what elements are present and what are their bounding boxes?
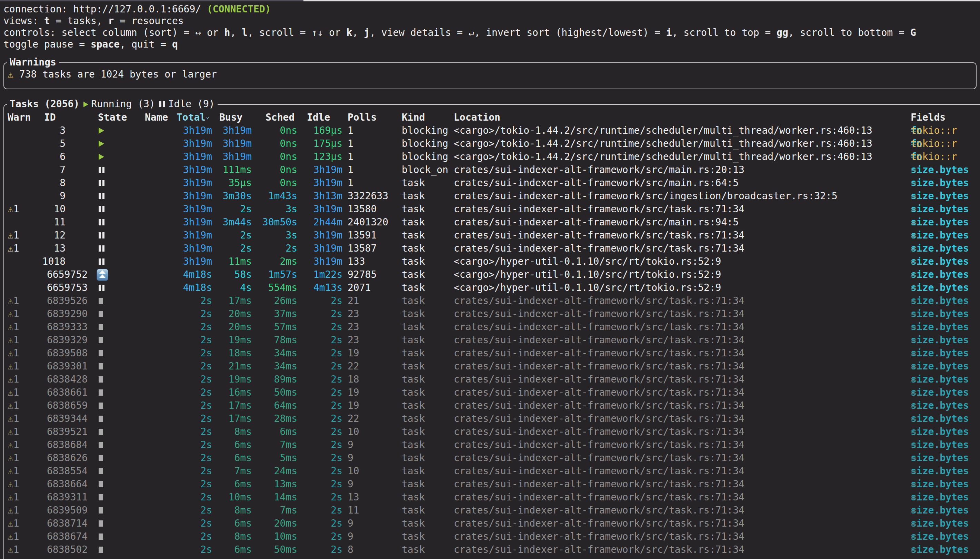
task-location: crates/sui-indexer-alt-framework/src/tas… xyxy=(454,294,745,308)
busy-duration: 17ms xyxy=(204,294,252,308)
task-row[interactable]: 33h19m3h19m0ns169µs1blocking<cargo>/toki… xyxy=(0,124,980,137)
idle-duration: 2s xyxy=(297,308,343,321)
polls-count: 92785 xyxy=(348,268,377,281)
state-cell xyxy=(98,478,119,491)
task-id: 6838502 xyxy=(47,543,137,556)
idle-duration: 3h19m xyxy=(297,203,343,216)
busy-duration: 18ms xyxy=(204,347,252,360)
state-cell xyxy=(98,504,119,517)
sched-duration: 0ns xyxy=(253,150,297,163)
task-kind: block_on xyxy=(402,163,448,177)
task-row[interactable]: ⚠ 168386262s6ms5ms2s9taskcrates/sui-inde… xyxy=(0,452,980,465)
state-running-icon xyxy=(99,141,104,147)
state-idle-icon xyxy=(99,180,101,186)
task-row[interactable]: 93h19m3m30s1m43s3h13m3322633taskcrates/s… xyxy=(0,190,980,203)
task-row[interactable]: ⚠ 168385542s7ms24ms2s10taskcrates/sui-in… xyxy=(0,465,980,478)
task-location: crates/sui-indexer-alt-framework/src/mai… xyxy=(454,216,738,229)
state-idle-icon xyxy=(99,232,101,238)
task-row[interactable]: ⚠ 168393012s21ms34ms2s22taskcrates/sui-i… xyxy=(0,360,980,373)
task-row[interactable]: ⚠ 168386612s16ms50ms2s19taskcrates/sui-i… xyxy=(0,386,980,399)
column-header-id[interactable]: ID xyxy=(44,111,56,124)
busy-duration: 6ms xyxy=(204,438,252,452)
task-row[interactable]: 73h19m111ms0ns3h19m1block_oncrates/sui-i… xyxy=(0,163,980,177)
state-idle-icon xyxy=(99,284,101,291)
task-id: 6839290 xyxy=(47,308,137,321)
task-row[interactable]: ⚠ 168392902s20ms37ms2s23taskcrates/sui-i… xyxy=(0,308,980,321)
task-id: 6838661 xyxy=(47,386,137,399)
task-row[interactable]: ⚠ 1103h19m2s3s3h19m13580taskcrates/sui-i… xyxy=(0,203,980,216)
task-row[interactable]: ⚠ 168395082s18ms34ms2s19taskcrates/sui-i… xyxy=(0,347,980,360)
task-kind: task xyxy=(402,242,425,255)
task-row[interactable]: ⚠ 168395212s8ms6ms2s10taskcrates/sui-ind… xyxy=(0,425,980,438)
warning-text: 738 tasks are 1024 bytes or larger xyxy=(13,69,217,80)
task-row[interactable]: ⚠ 168386642s6ms13ms2s9taskcrates/sui-ind… xyxy=(0,478,980,491)
state-cell xyxy=(98,386,119,399)
column-header-idle[interactable]: Idle xyxy=(307,111,330,124)
running-count-label: Running (3) xyxy=(91,98,155,109)
task-id: 6 xyxy=(21,150,66,163)
window-top-strip-left xyxy=(0,0,303,2)
state-cell xyxy=(98,177,119,190)
warnings-panel-title: Warnings xyxy=(7,56,59,69)
task-row[interactable]: 66597524m18s58s1m57s1m22s92785task<cargo… xyxy=(0,268,980,281)
task-kind: task xyxy=(402,216,425,229)
task-row[interactable]: 10183h19m11ms2ms3h19m133task<cargo>/hype… xyxy=(0,255,980,268)
column-header-total[interactable]: Total▿ xyxy=(177,111,210,124)
idle-duration: 2s xyxy=(297,399,343,412)
task-kind: task xyxy=(402,255,425,268)
task-row[interactable]: ⚠ 168385022s6ms50ms2s8taskcrates/sui-ind… xyxy=(0,543,980,556)
column-header-name[interactable]: Name xyxy=(145,111,168,124)
task-id: 6839301 xyxy=(47,360,137,373)
task-row[interactable]: ⚠ 1133h19m2s2s3h19m13587taskcrates/sui-i… xyxy=(0,242,980,255)
task-kind: task xyxy=(402,465,425,478)
task-row[interactable]: ⚠ 168393442s17ms28ms2s22taskcrates/sui-i… xyxy=(0,412,980,425)
idle-duration: 2s xyxy=(297,465,343,478)
task-row[interactable]: ⚠ 168386842s6ms7ms2s9taskcrates/sui-inde… xyxy=(0,438,980,452)
task-row[interactable]: ⚠ 1123h19m2s3s3h19m13591taskcrates/sui-i… xyxy=(0,229,980,242)
task-kind: task xyxy=(402,491,425,504)
task-row[interactable]: 63h19m3h19m0ns123µs1blocking<cargo>/toki… xyxy=(0,150,980,163)
column-header-sched[interactable]: Sched xyxy=(265,111,295,124)
column-header-location[interactable]: Location xyxy=(454,111,500,124)
task-row[interactable]: ⚠ 168393112s10ms14ms2s13taskcrates/sui-i… xyxy=(0,491,980,504)
busy-duration: 8ms xyxy=(204,530,252,543)
task-row[interactable]: ⚠ 168393332s20ms57ms2s23taskcrates/sui-i… xyxy=(0,321,980,334)
state-completed-icon xyxy=(99,337,103,343)
console-line-3: toggle pause = space, quit = q xyxy=(3,39,178,50)
busy-duration: 3h19m xyxy=(204,137,252,150)
task-kind: blocking xyxy=(402,124,448,137)
task-location: <cargo>/tokio-1.44.2/src/runtime/schedul… xyxy=(454,137,872,150)
column-header-busy[interactable]: Busy xyxy=(219,111,242,124)
column-header-warn[interactable]: Warn xyxy=(8,111,31,124)
task-row[interactable]: 113h19m3m44s30m50s2h44m2401320taskcrates… xyxy=(0,216,980,229)
task-kind: task xyxy=(402,452,425,465)
task-kind: task xyxy=(402,268,425,281)
task-row[interactable]: ⚠ 168387142s6ms20ms2s9taskcrates/sui-ind… xyxy=(0,517,980,530)
state-completed-icon xyxy=(99,376,103,382)
task-kind: task xyxy=(402,190,425,203)
busy-duration: 6ms xyxy=(204,517,252,530)
column-header-polls[interactable]: Polls xyxy=(348,111,377,124)
state-completed-icon xyxy=(99,534,103,540)
task-row[interactable]: ⚠ 168386592s17ms64ms2s19taskcrates/sui-i… xyxy=(0,399,980,412)
state-cell xyxy=(98,124,119,137)
column-header-fields[interactable]: Fields xyxy=(911,111,945,124)
task-row[interactable]: ⚠ 168395092s8ms7ms2s11taskcrates/sui-ind… xyxy=(0,504,980,517)
task-row[interactable]: 66597534m18s4s554ms4m13s2071task<cargo>/… xyxy=(0,281,980,294)
task-id: 6838626 xyxy=(47,452,137,465)
busy-duration: 35µs xyxy=(204,177,252,190)
column-header-kind[interactable]: Kind xyxy=(402,111,425,124)
task-row[interactable]: ⚠ 168393292s19ms78ms2s23taskcrates/sui-i… xyxy=(0,334,980,347)
state-completed-icon xyxy=(99,350,103,356)
task-location: crates/sui-indexer-alt-framework/src/tas… xyxy=(454,491,745,504)
task-kind: task xyxy=(402,203,425,216)
task-row[interactable]: ⚠ 168384282s19ms89ms2s18taskcrates/sui-i… xyxy=(0,373,980,386)
task-row[interactable]: 53h19m3h19m0ns175µs1blocking<cargo>/toki… xyxy=(0,137,980,150)
idle-duration: 2s xyxy=(297,491,343,504)
task-row[interactable]: ⚠ 168386742s8ms10ms2s9taskcrates/sui-ind… xyxy=(0,530,980,543)
column-header-state[interactable]: State xyxy=(98,111,127,124)
task-row[interactable]: 83h19m35µs0ns3h19m1taskcrates/sui-indexe… xyxy=(0,177,980,190)
sched-duration: 34ms xyxy=(253,360,297,373)
task-kind: task xyxy=(402,360,425,373)
task-row[interactable]: ⚠ 168395262s17ms26ms2s21taskcrates/sui-i… xyxy=(0,294,980,308)
